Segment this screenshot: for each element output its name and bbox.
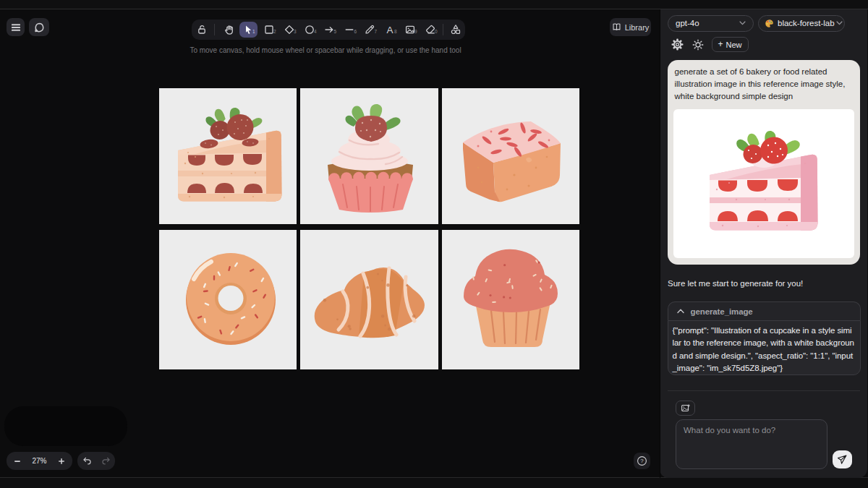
svg-text:?: ? xyxy=(640,458,644,464)
svg-text:A: A xyxy=(386,25,393,35)
